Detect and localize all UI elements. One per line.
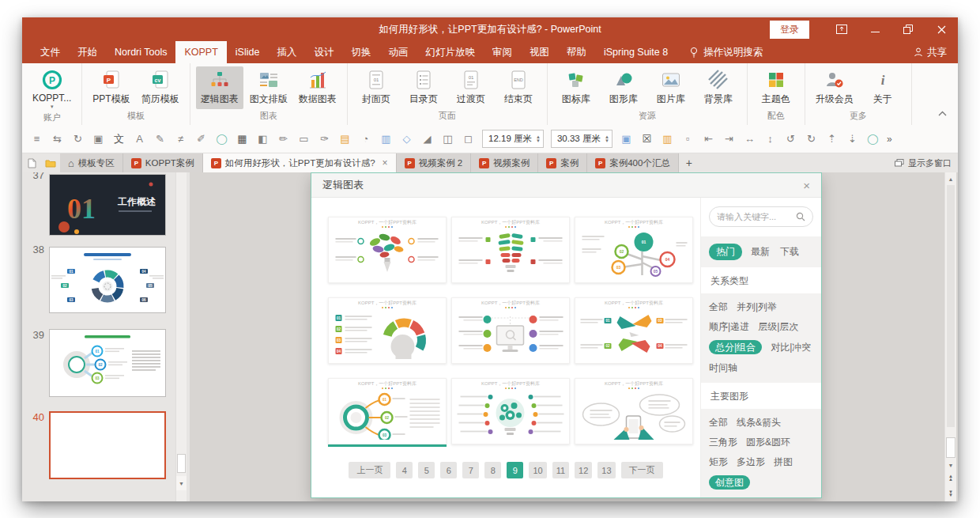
group-shapes-icon[interactable]: ◫ xyxy=(438,130,458,148)
rotate-right-icon[interactable]: ↻ xyxy=(801,130,821,148)
next-page-button[interactable]: 下一页 xyxy=(621,462,663,478)
minimize-icon[interactable] xyxy=(858,17,891,41)
resume-template-button[interactable]: cv 简历模板 xyxy=(137,66,184,109)
page-button-10[interactable]: 10 xyxy=(529,462,546,478)
sort-tab-3[interactable]: 下载 xyxy=(778,244,801,260)
pickup-style-icon[interactable]: ✐ xyxy=(191,130,211,148)
scroll-up-icon[interactable]: ▲ xyxy=(945,172,956,185)
keyword-search-input[interactable]: 请输入关键字... xyxy=(709,206,813,227)
fill-color-icon[interactable]: ◧ xyxy=(253,130,273,148)
data-chart-button[interactable]: 数据图表 xyxy=(294,66,341,109)
main-vertical-scrollbar[interactable]: ▲ ▼ ▲▲ ▼▼ xyxy=(944,172,956,501)
move-down-icon[interactable]: ⇣ xyxy=(842,130,862,148)
upgrade-member-button[interactable]: 升级会员 xyxy=(811,66,858,109)
spinner-arrows-icon[interactable]: ▲▼ xyxy=(536,135,541,143)
eyedropper-icon[interactable]: ✏ xyxy=(273,130,293,148)
icon-library-button[interactable]: 图标库 xyxy=(553,66,599,109)
document-tab-3[interactable]: P如何用好形状，让PPT更加有设计感?× xyxy=(203,153,397,172)
slide-thumbnail-39[interactable]: 01 02 03 xyxy=(49,329,166,397)
image-text-layout-button[interactable]: 图文排版 xyxy=(245,66,292,109)
strike-format-icon[interactable]: ≠ xyxy=(171,130,190,148)
spinner-arrows-icon[interactable]: ▲▼ xyxy=(605,135,609,143)
document-tab-5[interactable]: P视频案例 xyxy=(471,153,538,172)
transition-page-button[interactable]: 01 过渡页 xyxy=(448,66,494,109)
menu-tab-6[interactable]: 插入 xyxy=(268,41,305,63)
template-thumbnail-gear-bulb[interactable]: KOPPT，一个好PPT资料库 xyxy=(451,378,570,444)
new-file-icon[interactable] xyxy=(22,153,41,172)
koppt-account-button[interactable]: P KOPPT... ▾ xyxy=(28,66,76,111)
scrollbar-thumb[interactable] xyxy=(946,437,956,458)
font-style-icon[interactable]: A xyxy=(130,130,149,148)
filter-option-2-3[interactable]: 三角形 xyxy=(709,436,737,448)
filter-option-2-7[interactable]: 拼图 xyxy=(774,456,793,468)
sort-tab-1[interactable]: 热门 xyxy=(709,244,742,260)
move-up-icon[interactable]: ⇡ xyxy=(822,130,842,148)
shape-combine-icon[interactable]: ◇ xyxy=(397,130,416,148)
align-objects-icon[interactable]: ≡ xyxy=(27,130,47,148)
text-box-icon[interactable]: ▣ xyxy=(89,130,108,148)
rotate-left-icon[interactable]: ↺ xyxy=(781,130,801,148)
page-button-5[interactable]: 5 xyxy=(418,462,435,478)
filter-option-1-5[interactable]: 总分|组合 xyxy=(709,340,762,354)
menu-tab-2[interactable]: 开始 xyxy=(69,41,106,63)
menu-tab-9[interactable]: 动画 xyxy=(379,41,416,63)
toolbar-overflow-icon[interactable]: » xyxy=(887,134,892,145)
paste-format-icon[interactable]: ▤ xyxy=(335,130,355,148)
image-library-button[interactable]: 图片库 xyxy=(648,66,694,109)
slide-thumbnail-37[interactable]: 01 工作概述 xyxy=(49,174,166,236)
filter-option-2-1[interactable]: 全部 xyxy=(709,416,728,429)
page-button-9[interactable]: 9 xyxy=(507,462,523,478)
menu-tab-11[interactable]: 审阅 xyxy=(484,41,521,63)
shape-width-input[interactable]: 12.19 厘米 ▲▼ xyxy=(482,130,544,148)
cover-page-button[interactable]: 01 封面页 xyxy=(353,66,399,109)
shape-subtract-icon[interactable]: ◔ xyxy=(356,130,375,148)
document-tab-7[interactable]: P案例400个汇总 xyxy=(587,153,679,172)
menu-tab-12[interactable]: 视图 xyxy=(521,41,558,63)
tab-close-icon[interactable]: × xyxy=(383,157,388,168)
about-button[interactable]: i 关于 xyxy=(860,66,906,109)
slide-panel-scrollbar[interactable]: ▼ xyxy=(175,172,187,501)
template-thumbnail-ring-branches-selected[interactable]: KOPPT，一个好PPT资料库 01 02 03 xyxy=(328,378,447,444)
template-thumbnail-pencil-leaves[interactable]: KOPPT，一个好PPT资料库 xyxy=(328,217,447,283)
open-folder-icon[interactable] xyxy=(41,153,60,172)
filter-option-2-8[interactable]: 创意图 xyxy=(709,475,750,490)
filter-option-1-4[interactable]: 层级|层次 xyxy=(758,320,798,333)
document-tab-2[interactable]: PKOPPT案例 xyxy=(123,153,203,172)
background-library-button[interactable]: 背景库 xyxy=(695,66,741,109)
menu-tab-1[interactable]: 文件 xyxy=(32,41,69,63)
scrollbar-thumb[interactable] xyxy=(177,454,186,473)
filter-option-1-2[interactable]: 并列|列举 xyxy=(737,301,777,313)
filter-option-1-3[interactable]: 顺序|递进 xyxy=(709,320,749,333)
filter-option-2-6[interactable]: 多边形 xyxy=(737,456,765,468)
ribbon-display-options-icon[interactable] xyxy=(825,17,858,41)
menu-tab-13[interactable]: 帮助 xyxy=(558,41,595,63)
template-thumbnail-circle-tree[interactable]: KOPPT，一个好PPT资料库 01 02 03 04 05 xyxy=(575,217,693,283)
ungroup-shapes-icon[interactable]: ◻ xyxy=(458,130,478,148)
logic-chart-button[interactable]: 逻辑图表 xyxy=(196,66,243,109)
show-windows-button[interactable]: 显示多窗口 xyxy=(895,153,952,172)
page-button-6[interactable]: 6 xyxy=(440,462,457,478)
select-box-icon[interactable]: ▫ xyxy=(678,130,698,148)
vertical-text-icon[interactable]: 文 xyxy=(109,130,129,148)
document-tab-1[interactable]: ⌂模板专区 xyxy=(60,153,123,172)
align-right-icon[interactable]: ⇥ xyxy=(719,130,739,148)
filter-option-1-1[interactable]: 全部 xyxy=(709,301,728,313)
template-thumbnail-phone-clouds[interactable]: KOPPT，一个好PPT资料库 xyxy=(575,378,693,444)
bar-chart-icon[interactable]: ▥ xyxy=(376,130,396,148)
dialog-close-icon[interactable]: × xyxy=(803,180,810,191)
scrollbar-track[interactable] xyxy=(947,185,955,427)
page-button-12[interactable]: 12 xyxy=(575,462,592,478)
document-tab-6[interactable]: P案例 xyxy=(538,153,587,172)
sort-tab-2[interactable]: 最新 xyxy=(749,244,771,260)
toc-page-button[interactable]: 目录页 xyxy=(401,66,447,109)
shape-height-input[interactable]: 30.33 厘米 ▲▼ xyxy=(551,130,612,148)
search-icon[interactable] xyxy=(796,212,805,221)
equal-spacing-icon[interactable]: ⇆ xyxy=(47,130,67,148)
scroll-down-icon[interactable]: ▼ xyxy=(176,476,187,490)
page-button-13[interactable]: 13 xyxy=(597,462,615,478)
menu-tab-4[interactable]: KOPPT xyxy=(175,41,226,63)
menu-tab-14[interactable]: iSpring Suite 8 xyxy=(595,41,677,63)
shape-library-button[interactable]: 图形库 xyxy=(601,66,646,109)
template-thumbnail-monitor[interactable]: KOPPT，一个好PPT资料库 xyxy=(451,297,570,364)
end-page-button[interactable]: END 结束页 xyxy=(496,66,541,109)
